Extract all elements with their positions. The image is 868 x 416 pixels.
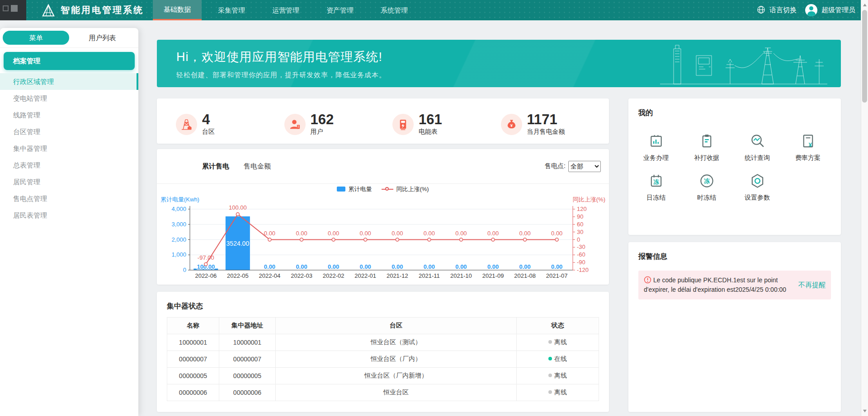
sidebar-item-售电点管理[interactable]: 售电点管理: [0, 190, 138, 207]
table-row: 0000000500000005恒业台区（厂内新增）离线: [167, 368, 599, 384]
sales-chart: 01,0002,0003,0004,0001209060300-30-60-90…: [157, 194, 609, 284]
corner-square-icon: [11, 5, 18, 12]
svg-text:30: 30: [577, 229, 583, 235]
nav-tab-基础数据[interactable]: 基础数据: [153, 0, 202, 20]
browser-scrollbar[interactable]: [861, 0, 868, 416]
rate-plan-icon: ¥: [800, 133, 816, 151]
column-header-台区: 台区: [276, 318, 517, 334]
concentrator-table: 名称集中器地址台区状态 1000000110000001恒业台区（测试）离线00…: [167, 317, 599, 401]
business-chart-icon: [648, 133, 664, 151]
alarm-dismiss-link[interactable]: 不再提醒: [798, 281, 826, 290]
scrollbar-thumb[interactable]: [862, 10, 867, 103]
status-dot-icon: [548, 357, 552, 360]
status-dot-icon: [548, 390, 552, 394]
svg-text:90: 90: [577, 213, 583, 220]
sidebar-tab-user-list[interactable]: 用户列表: [69, 31, 136, 45]
svg-text:0: 0: [183, 266, 186, 273]
sidebar-section-archive[interactable]: 档案管理: [4, 52, 135, 70]
svg-text:2021-08: 2021-08: [514, 272, 536, 279]
sidebar-card: 菜单 用户列表 档案管理 行政区域管理变电站管理线路管理台区管理集中器管理总表管…: [0, 28, 138, 416]
sidebar-item-线路管理[interactable]: 线路管理: [0, 107, 138, 123]
stat-value: 4: [202, 113, 215, 126]
alarm-message: Le code publique PK.ECDH.1est sur le poi…: [644, 276, 798, 294]
cell-station: 恒业台区（厂内）: [276, 351, 517, 368]
svg-text:0.00: 0.00: [296, 263, 307, 270]
svg-text:4,000: 4,000: [171, 206, 186, 212]
stats-search-icon: [750, 133, 765, 151]
language-switch[interactable]: 语言切换: [769, 6, 797, 14]
header-right: 语言切换 超级管理员: [757, 0, 855, 20]
legend-item-累计电量[interactable]: 累计电量: [337, 185, 372, 193]
nav-tab-运营管理[interactable]: 运营管理: [261, 0, 310, 20]
sidebar-item-居民管理[interactable]: 居民管理: [0, 173, 138, 190]
scroll-up-arrow-icon[interactable]: [863, 4, 867, 6]
cell-station: 恒业台区: [276, 384, 517, 401]
shortcut-时冻结[interactable]: 冻时冻结: [681, 168, 732, 207]
column-header-名称: 名称: [167, 318, 219, 334]
main-nav: 基础数据采集管理运营管理资产管理系统管理: [150, 0, 421, 20]
nav-tab-系统管理[interactable]: 系统管理: [370, 0, 419, 20]
legend-item-同比上涨(%)[interactable]: 同比上涨(%): [382, 185, 429, 193]
shortcut-费率方案[interactable]: ¥费率方案: [783, 128, 833, 168]
shortcut-label: 费率方案: [795, 154, 821, 162]
concentrator-card: 集中器状态 名称集中器地址台区状态 1000000110000001恒业台区（测…: [157, 292, 609, 412]
shortcut-统计查询[interactable]: 统计查询: [732, 128, 783, 168]
sidebar-menu: 行政区域管理变电站管理线路管理台区管理集中器管理总表管理居民管理售电点管理居民表…: [0, 73, 138, 224]
tab-cumulative-sales[interactable]: 累计售电: [202, 162, 229, 171]
shortcut-业务办理[interactable]: 业务办理: [631, 128, 681, 168]
tab-sales-amount[interactable]: 售电金额: [244, 162, 271, 171]
svg-text:60: 60: [577, 221, 583, 228]
svg-text:-120: -120: [577, 266, 589, 273]
sidebar-tab-menu[interactable]: 菜单: [3, 31, 69, 45]
svg-text:0: 0: [577, 236, 580, 243]
svg-text:2022-01: 2022-01: [354, 272, 376, 279]
shortcut-设置参数[interactable]: 设置参数: [732, 168, 783, 207]
alarm-panel-card: 报警信息 Le code publique PK.ECDH.1est sur l…: [628, 242, 841, 412]
shortcut-日冻结[interactable]: 冻日冻结: [631, 168, 681, 207]
my-shortcuts-grid: 业务办理补打收据统计查询¥费率方案冻日冻结冻时冻结设置参数: [628, 128, 841, 207]
svg-text:2022-04: 2022-04: [259, 272, 281, 279]
sidebar-item-总表管理[interactable]: 总表管理: [0, 157, 138, 173]
svg-text:0.00: 0.00: [296, 230, 307, 237]
sidebar-item-居民表管理[interactable]: 居民表管理: [0, 207, 138, 224]
sidebar-item-集中器管理[interactable]: 集中器管理: [0, 140, 138, 157]
welcome-banner: Hi，欢迎使用应用智能用电管理系统! 轻松创建、部署和管理你的应用，提升研发效率…: [157, 40, 841, 87]
user-avatar-icon[interactable]: [805, 4, 817, 16]
main-content: Hi，欢迎使用应用智能用电管理系统! 轻松创建、部署和管理你的应用，提升研发效率…: [138, 20, 868, 416]
nav-tab-资产管理[interactable]: 资产管理: [316, 0, 364, 20]
cell-status: 在线: [517, 351, 599, 368]
globe-icon[interactable]: [757, 5, 765, 15]
stat-label: 台区: [202, 128, 215, 136]
svg-text:0.00: 0.00: [519, 263, 530, 270]
svg-text:0.00: 0.00: [328, 263, 339, 270]
cell-name: 00000007: [167, 351, 219, 368]
tower-icon: [176, 114, 197, 135]
cell-station: 恒业台区（厂内新增）: [276, 368, 517, 384]
legend-label: 累计电量: [348, 185, 372, 193]
alert-circle-icon: [644, 276, 651, 284]
shortcut-label: 日冻结: [646, 194, 665, 202]
sidebar-item-行政区域管理[interactable]: 行政区域管理: [0, 73, 138, 90]
svg-text:2021-12: 2021-12: [387, 272, 408, 279]
shortcut-补打收据[interactable]: 补打收据: [681, 128, 732, 168]
sidebar-item-变电站管理[interactable]: 变电站管理: [0, 90, 138, 107]
svg-text:2022-02: 2022-02: [323, 272, 344, 279]
sales-point-select[interactable]: 全部: [568, 161, 601, 172]
svg-text:-60: -60: [577, 251, 585, 258]
svg-text:0.00: 0.00: [487, 230, 499, 237]
current-user-name[interactable]: 超级管理员: [821, 6, 855, 14]
scroll-down-arrow-icon[interactable]: [863, 410, 867, 412]
nav-tab-采集管理[interactable]: 采集管理: [207, 0, 256, 20]
svg-text:100.00: 100.00: [229, 204, 247, 211]
sidebar-item-台区管理[interactable]: 台区管理: [0, 123, 138, 140]
stat-台区: 4台区: [176, 113, 284, 136]
sales-point-label: 售电点:: [545, 162, 566, 170]
table-row: 0000000700000007恒业台区（厂内）在线: [167, 351, 599, 368]
svg-text:0.00: 0.00: [551, 263, 562, 270]
shortcut-label: 补打收据: [694, 154, 719, 162]
svg-text:120: 120: [577, 206, 587, 212]
cell-name: 00000005: [167, 368, 219, 384]
svg-text:同比上涨(%): 同比上涨(%): [573, 196, 605, 203]
svg-text:2021-10: 2021-10: [450, 272, 472, 279]
cell-address: 00000007: [219, 351, 276, 368]
